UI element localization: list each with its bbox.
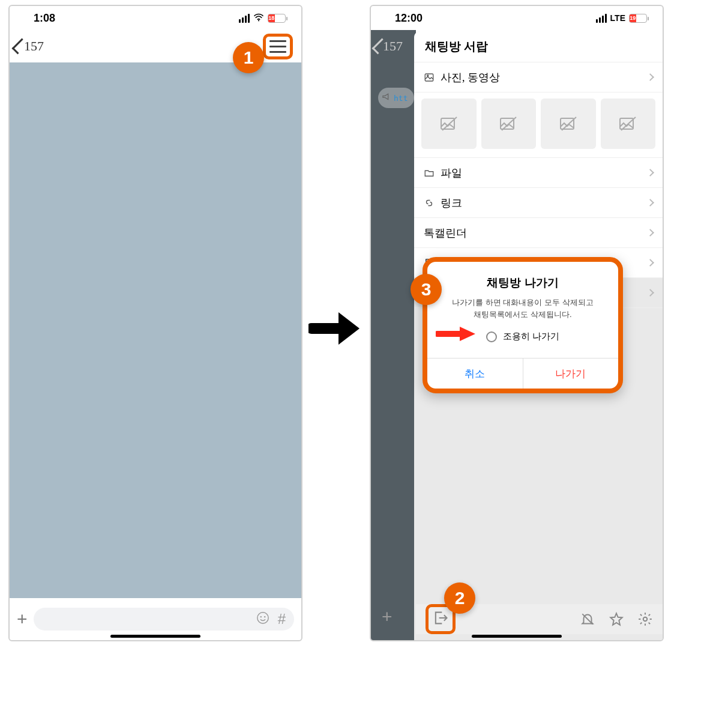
hamburger-icon[interactable] <box>269 40 286 53</box>
phone-left-screen: 1:08 18 157 + # <box>8 5 302 641</box>
chevron-right-icon <box>646 169 654 177</box>
cancel-button[interactable]: 취소 <box>427 358 523 389</box>
battery-percent: 19 <box>630 14 636 22</box>
status-right: LTE 19 <box>596 13 647 23</box>
media-thumbnails <box>414 92 663 158</box>
status-right: 18 <box>239 12 286 25</box>
row-label: 파일 <box>441 166 462 180</box>
svg-point-3 <box>264 616 265 617</box>
wifi-icon <box>253 12 264 25</box>
chat-body <box>10 62 301 598</box>
signal-icon <box>239 14 250 23</box>
chat-title: 157 <box>24 38 44 54</box>
row-label: 사진, 동영상 <box>441 70 500 85</box>
message-input[interactable]: # <box>34 608 294 631</box>
flow-arrow-icon <box>308 307 362 352</box>
plus-icon-dimmed: + <box>382 607 393 627</box>
pointer-arrow-icon <box>436 325 477 345</box>
gear-icon[interactable] <box>637 611 653 627</box>
media-thumb-placeholder[interactable] <box>481 98 537 149</box>
svg-rect-10 <box>561 118 574 129</box>
plus-icon[interactable]: + <box>17 609 28 629</box>
star-icon[interactable] <box>609 611 624 627</box>
row-label: 링크 <box>441 196 462 210</box>
drawer-row-calendar[interactable]: 톡캘린더 <box>414 218 663 248</box>
battery-icon: 19 <box>629 14 647 23</box>
message-input-bar: + # <box>10 604 301 634</box>
svg-rect-12 <box>620 118 633 129</box>
drawer-row-links[interactable]: 링크 <box>414 188 663 218</box>
bell-off-icon[interactable] <box>580 611 595 627</box>
option-label: 조용히 나가기 <box>503 331 559 342</box>
media-thumb-placeholder[interactable] <box>541 98 596 149</box>
drawer-backdrop-sliver: 157 htt <box>371 30 416 640</box>
hashtag-icon[interactable]: # <box>278 611 286 628</box>
notice-text-fragment: htt <box>394 94 408 103</box>
annotation-badge-2: 2 <box>444 582 475 614</box>
svg-point-1 <box>257 613 268 623</box>
drawer-row-media[interactable]: 사진, 동영상 <box>414 62 663 92</box>
chevron-right-icon <box>646 229 654 237</box>
annotation-badge-3: 3 <box>411 274 442 305</box>
svg-point-5 <box>427 74 429 76</box>
drawer-row-files[interactable]: 파일 <box>414 158 663 188</box>
exit-icon[interactable] <box>432 610 449 626</box>
svg-point-0 <box>258 20 259 21</box>
dialog-title: 채팅방 나가기 <box>439 275 606 291</box>
megaphone-icon <box>382 92 391 104</box>
status-bar: 12:00 LTE 19 <box>371 6 663 30</box>
media-thumb-placeholder[interactable] <box>601 98 656 149</box>
svg-point-15 <box>643 617 648 622</box>
leave-button[interactable]: 나가기 <box>523 358 619 389</box>
status-time: 1:08 <box>34 12 55 25</box>
dialog-description: 나가기를 하면 대화내용이 모두 삭제되고 채팅목록에서도 삭제됩니다. <box>439 297 606 320</box>
chat-title-dimmed: 157 <box>383 38 403 54</box>
folder-icon <box>424 168 435 178</box>
row-label: 톡캘린더 <box>424 226 467 240</box>
back-button[interactable]: 157 <box>16 38 44 54</box>
status-time: 12:00 <box>395 12 423 25</box>
media-thumb-placeholder[interactable] <box>421 98 477 149</box>
phone-right-screen: 12:00 LTE 19 157 htt 채팅방 서랍 <box>370 5 664 641</box>
network-label: LTE <box>610 13 625 23</box>
radio-icon <box>486 331 497 342</box>
annotation-badge-1: 1 <box>233 42 264 73</box>
home-indicator <box>472 635 562 638</box>
svg-rect-8 <box>501 118 514 129</box>
emoji-icon[interactable] <box>256 611 269 627</box>
chevron-right-icon <box>646 259 654 267</box>
svg-point-2 <box>260 616 261 617</box>
chevron-right-icon <box>646 289 654 297</box>
battery-percent: 18 <box>268 14 275 22</box>
back-button-dimmed: 157 <box>371 30 416 62</box>
notice-pill-dimmed: htt <box>378 88 414 108</box>
link-icon <box>424 198 435 208</box>
signal-icon <box>596 14 607 23</box>
home-indicator <box>110 635 200 638</box>
status-bar: 1:08 18 <box>10 6 301 30</box>
photo-icon <box>424 72 435 83</box>
chevron-right-icon <box>646 199 654 207</box>
svg-rect-6 <box>441 118 454 129</box>
battery-icon: 18 <box>268 14 286 23</box>
dialog-buttons: 취소 나가기 <box>427 358 618 389</box>
menu-button-highlight <box>263 34 293 59</box>
drawer-title: 채팅방 서랍 <box>414 31 663 62</box>
chevron-right-icon <box>646 73 654 81</box>
